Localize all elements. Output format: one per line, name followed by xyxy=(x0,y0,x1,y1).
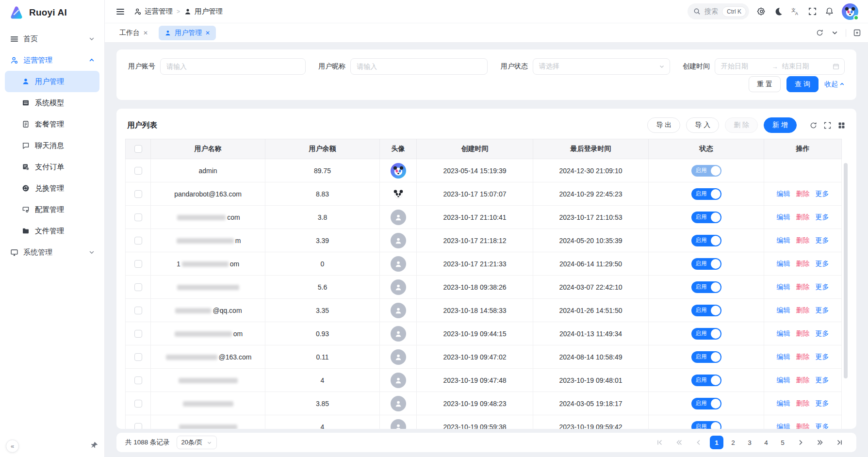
close-tab-icon[interactable]: ✕ xyxy=(205,30,210,36)
page-1-button[interactable]: 1 xyxy=(710,436,723,449)
page-2-button[interactable]: 2 xyxy=(726,436,740,449)
page-5-button[interactable]: 5 xyxy=(776,436,789,449)
select-all-checkbox[interactable] xyxy=(134,145,142,153)
row-checkbox[interactable] xyxy=(134,283,142,291)
delete-link[interactable]: 删除 xyxy=(796,283,810,291)
edit-link[interactable]: 编辑 xyxy=(777,353,790,360)
edit-link[interactable]: 编辑 xyxy=(777,399,790,407)
row-checkbox[interactable] xyxy=(134,167,142,175)
search-button[interactable]: 查 询 xyxy=(786,76,819,92)
status-toggle[interactable]: 启用 xyxy=(691,351,721,363)
table-scrollbar[interactable] xyxy=(844,163,848,378)
edit-link[interactable]: 编辑 xyxy=(777,213,790,221)
import-button[interactable]: 导 入 xyxy=(686,117,719,133)
date-range-picker[interactable]: 开始日期 → 结束日期 xyxy=(715,58,845,75)
more-link[interactable]: 更多 xyxy=(816,423,829,429)
more-link[interactable]: 更多 xyxy=(816,306,829,314)
global-search[interactable]: 搜索 Ctrl K xyxy=(688,3,749,19)
edit-link[interactable]: 编辑 xyxy=(777,329,790,337)
delete-link[interactable]: 删除 xyxy=(796,213,810,221)
delete-link[interactable]: 删除 xyxy=(796,236,810,244)
tab-user-management[interactable]: 用户管理 ✕ xyxy=(159,26,216,40)
status-toggle[interactable]: 启用 xyxy=(691,281,721,293)
dark-mode-moon-icon[interactable] xyxy=(774,7,783,16)
delete-link[interactable]: 删除 xyxy=(796,329,810,337)
row-checkbox[interactable] xyxy=(134,237,142,245)
last-page-button[interactable] xyxy=(831,436,848,449)
refresh-tabs-icon[interactable] xyxy=(816,29,824,37)
nickname-input[interactable] xyxy=(350,58,488,75)
status-toggle[interactable]: 启用 xyxy=(691,165,721,177)
status-toggle[interactable]: 启用 xyxy=(691,235,721,246)
status-toggle[interactable]: 启用 xyxy=(691,212,721,223)
edit-link[interactable]: 编辑 xyxy=(777,376,790,384)
more-link[interactable]: 更多 xyxy=(816,353,829,360)
sidebar-item-chat-messages[interactable]: 聊天消息 xyxy=(5,135,99,156)
breadcrumb-item-users[interactable]: 用户管理 xyxy=(184,7,223,16)
first-page-button[interactable] xyxy=(652,436,668,449)
user-avatar[interactable] xyxy=(842,3,858,20)
row-checkbox[interactable] xyxy=(134,376,142,384)
status-toggle[interactable]: 启用 xyxy=(691,398,721,409)
sidebar-item-system[interactable]: 系统管理 xyxy=(5,242,99,263)
edit-link[interactable]: 编辑 xyxy=(777,260,790,267)
previous-page-button[interactable] xyxy=(690,436,707,449)
edit-link[interactable]: 编辑 xyxy=(777,306,790,314)
table-fullscreen-icon[interactable] xyxy=(823,121,832,130)
delete-link[interactable]: 删除 xyxy=(796,376,810,384)
row-checkbox[interactable] xyxy=(134,190,142,198)
forward-five-pages-button[interactable] xyxy=(812,436,828,449)
sidebar-item-payment-orders[interactable]: 支付订单 xyxy=(5,156,99,178)
tab-workbench[interactable]: 工作台 ✕ xyxy=(114,26,154,40)
page-3-button[interactable]: 3 xyxy=(743,436,756,449)
column-settings-icon[interactable] xyxy=(837,121,846,130)
row-checkbox[interactable] xyxy=(134,260,142,268)
next-page-button[interactable] xyxy=(792,436,809,449)
status-toggle[interactable]: 启用 xyxy=(691,421,721,429)
more-link[interactable]: 更多 xyxy=(816,329,829,337)
more-link[interactable]: 更多 xyxy=(816,283,829,291)
account-input[interactable] xyxy=(160,58,306,75)
export-button[interactable]: 导 出 xyxy=(647,117,680,133)
edit-link[interactable]: 编辑 xyxy=(777,423,790,429)
edit-link[interactable]: 编辑 xyxy=(777,283,790,291)
sidebar-item-user-management[interactable]: 用户管理 xyxy=(5,71,99,92)
sidebar-item-exchange-management[interactable]: 兑换管理 xyxy=(5,178,99,199)
brand-logo[interactable]: Ruoyi AI xyxy=(0,0,104,25)
page-4-button[interactable]: 4 xyxy=(759,436,773,449)
more-link[interactable]: 更多 xyxy=(816,399,829,407)
row-checkbox[interactable] xyxy=(134,400,142,408)
sidebar-item-file-management[interactable]: 文件管理 xyxy=(5,220,99,242)
more-link[interactable]: 更多 xyxy=(816,236,829,244)
row-checkbox[interactable] xyxy=(134,353,142,361)
close-tab-icon[interactable]: ✕ xyxy=(143,30,148,36)
sidebar-item-config-management[interactable]: 配置管理 xyxy=(5,199,99,220)
status-select[interactable]: 请选择 xyxy=(533,58,670,75)
breadcrumb-item-ops[interactable]: 运营管理 xyxy=(134,7,173,16)
more-link[interactable]: 更多 xyxy=(816,213,829,221)
reset-button[interactable]: 重 置 xyxy=(749,76,781,92)
status-toggle[interactable]: 启用 xyxy=(691,305,721,316)
back-five-pages-button[interactable] xyxy=(671,436,688,449)
edit-link[interactable]: 编辑 xyxy=(777,190,790,197)
sidebar-collapse-button[interactable]: « xyxy=(6,440,19,453)
row-checkbox[interactable] xyxy=(134,423,142,429)
translate-icon[interactable]: 文A xyxy=(791,7,800,16)
delete-link[interactable]: 删除 xyxy=(796,306,810,314)
sidebar-item-system-model[interactable]: 系统模型 xyxy=(5,92,99,114)
more-link[interactable]: 更多 xyxy=(816,376,829,384)
delete-link[interactable]: 删除 xyxy=(796,260,810,267)
status-toggle[interactable]: 启用 xyxy=(691,375,721,386)
refresh-table-icon[interactable] xyxy=(809,121,818,130)
add-button[interactable]: 新 增 xyxy=(764,117,797,133)
page-size-select[interactable]: 20条/页 xyxy=(177,436,217,449)
delete-link[interactable]: 删除 xyxy=(796,190,810,197)
delete-button[interactable]: 删 除 xyxy=(725,117,758,133)
row-checkbox[interactable] xyxy=(134,330,142,338)
status-toggle[interactable]: 启用 xyxy=(691,188,721,200)
fullscreen-icon[interactable] xyxy=(808,7,817,16)
more-link[interactable]: 更多 xyxy=(816,260,829,267)
delete-link[interactable]: 删除 xyxy=(796,423,810,429)
chevron-down-icon[interactable] xyxy=(831,29,839,37)
more-link[interactable]: 更多 xyxy=(816,190,829,197)
